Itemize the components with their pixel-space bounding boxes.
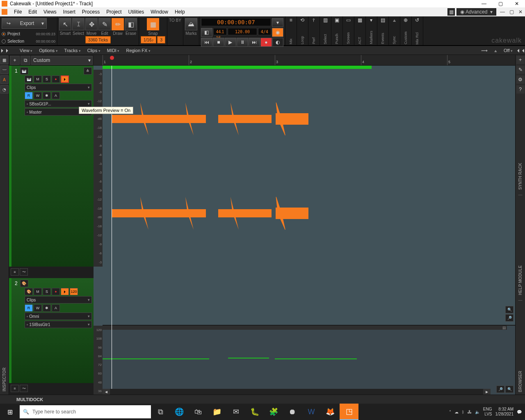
collapse-browser[interactable]: ⏴⏴ <box>516 48 525 53</box>
browser-add[interactable]: + <box>516 56 525 64</box>
pause-button[interactable]: ⏸ <box>237 38 248 47</box>
midi-note[interactable] <box>228 358 269 358</box>
automation-mode[interactable]: Off <box>500 46 516 55</box>
track-2-fx[interactable]: ✱ <box>43 304 51 312</box>
marks-tool[interactable]: ⛰ <box>185 18 197 30</box>
view-menu[interactable]: View <box>16 46 36 55</box>
track-1-read[interactable]: R <box>25 92 33 99</box>
track-control-preset[interactable]: Custom▾ <box>31 56 93 65</box>
module-punch[interactable]: ▣Punch <box>331 16 343 45</box>
minimize-button[interactable]: — <box>476 0 492 7</box>
clips-area[interactable]: 1 2 3 4 5 -3-6-9-12-18dB-18-12-9-6-3 -3-… <box>94 55 515 395</box>
midi-clip-lane[interactable]: 120108968472604836 ▤ <box>103 325 515 395</box>
menu-utilities[interactable]: Utilities <box>125 7 148 16</box>
track-folder-button[interactable]: ⧉ <box>21 56 30 65</box>
h-scrollbar[interactable]: ◂ ▸ <box>103 389 491 395</box>
arranger-section[interactable] <box>103 66 372 69</box>
taskbar-app2[interactable]: 🧩 <box>264 404 283 420</box>
stop-button[interactable]: ■ <box>213 38 224 47</box>
track-2-icon[interactable]: 🎨 <box>20 280 28 287</box>
automation-write[interactable]: ⟁ <box>491 46 500 55</box>
module-mixrecall[interactable]: ↺Mix Rcl <box>412 16 423 45</box>
timecode-display[interactable]: 00:00:00:07 <box>201 18 271 26</box>
tray-notifications-icon[interactable]: 💬 <box>517 410 522 414</box>
help-module-label[interactable]: HELP MODULE <box>518 263 523 298</box>
module-sync[interactable]: ⟁Sync <box>389 16 400 45</box>
track-1-icon[interactable]: 🎹 <box>20 67 28 75</box>
move-tool[interactable]: ✥ <box>85 18 98 30</box>
play-button[interactable]: ▶ <box>225 38 236 47</box>
menu-edit[interactable]: Edit <box>25 7 40 16</box>
track-2-write[interactable]: W <box>34 304 42 312</box>
automation-read[interactable]: ⟿ <box>478 46 491 55</box>
taskbar-firefox[interactable]: 🦊 <box>321 404 340 420</box>
close-button[interactable]: ✕ <box>509 0 525 7</box>
browser-fx-icon[interactable]: ⚙ <box>516 75 525 84</box>
module-mix[interactable]: ≡Mix <box>285 16 297 45</box>
menu-help[interactable]: Help <box>171 7 188 16</box>
child-maximize[interactable]: ▢ <box>507 8 516 16</box>
track-1-waveform-preview[interactable]: ⏵ <box>61 75 69 83</box>
track-2-instrument[interactable]: 🎨 <box>25 288 33 295</box>
track-2-mute[interactable]: M <box>34 288 42 295</box>
inspector-tab-arranger[interactable]: A <box>0 75 9 84</box>
module-perf[interactable]: ⫯Perf <box>308 16 320 45</box>
tray-cloud-icon[interactable]: ☁ <box>454 410 459 414</box>
track-2-echo[interactable]: ⏵ <box>61 288 69 295</box>
start-button[interactable]: ⊞ <box>0 404 20 420</box>
menu-file[interactable]: File <box>11 7 25 16</box>
track-1-mute[interactable]: M <box>34 75 42 83</box>
browser-label[interactable]: BROWSER <box>518 368 523 395</box>
midi-clip-menu-icon[interactable]: ▤ <box>502 326 506 330</box>
zoom-v-in[interactable]: 🔍 <box>505 306 514 313</box>
draw-tool[interactable]: ✏ <box>112 18 124 30</box>
taskbar-store[interactable]: 🛍 <box>189 404 208 420</box>
track-1-collapse[interactable]: ≙ <box>84 67 92 75</box>
track-1-archive[interactable]: A <box>52 92 60 99</box>
screenset-button[interactable]: ▦ <box>447 8 455 16</box>
transport-audition[interactable]: ◐ <box>272 38 283 47</box>
browser-edit-icon[interactable]: ✎ <box>516 66 525 74</box>
track-1-fx[interactable]: ✱ <box>43 92 51 99</box>
track-1-write[interactable]: W <box>34 92 42 99</box>
regionfx-menu[interactable]: Region FX <box>123 46 154 55</box>
midi-clip-header[interactable]: ▤ <box>103 326 507 330</box>
synth-rack-label[interactable]: SYNTH RACK <box>518 160 523 192</box>
browser-help-icon[interactable]: ? <box>516 85 525 94</box>
track-1-clips-filter[interactable]: Clips▾ <box>25 84 92 91</box>
zoom-h-in[interactable]: 🔍 <box>505 386 514 393</box>
track-1-instrument[interactable]: 🎹 <box>25 75 33 83</box>
select-tool[interactable]: 𝙸 <box>72 18 84 30</box>
ffwd-button[interactable]: ⏭ <box>249 38 260 47</box>
track-2-archive[interactable]: A <box>52 304 60 312</box>
inspector-tab-track[interactable]: ▦ <box>0 56 9 64</box>
track-1-arm[interactable]: ● <box>52 75 60 83</box>
taskbar-cakewalk[interactable]: ◳ <box>340 404 358 420</box>
taskbar-obs[interactable]: ⏺ <box>283 404 302 420</box>
maximize-button[interactable]: ▢ <box>492 0 509 7</box>
export-scope-selection[interactable]: Selection00:00:00:00 <box>2 39 55 43</box>
tray-clock[interactable]: 8:32 AM1/28/2021 <box>495 407 514 417</box>
menu-views[interactable]: Views <box>40 7 60 16</box>
transport-options[interactable]: ▾ <box>272 18 283 27</box>
audio-clip-1-right[interactable] <box>112 197 308 230</box>
tray-chevron-icon[interactable]: ˄ <box>449 410 451 414</box>
playhead[interactable] <box>112 66 112 395</box>
smart-tool[interactable]: ↖ <box>59 18 71 30</box>
module-screen[interactable]: ▭Screen <box>343 16 354 45</box>
taskbar-app1[interactable]: 🐛 <box>245 404 264 420</box>
child-close[interactable]: ✕ <box>516 8 525 16</box>
snap-resolution[interactable]: 1/16 ♪ <box>141 36 156 43</box>
task-view-icon[interactable]: ⧉ <box>151 404 170 420</box>
tray-network-icon[interactable]: 🖧 <box>468 410 472 414</box>
ticks-display[interactable]: 3360 Ticks <box>85 36 111 43</box>
track-2-output[interactable]: ▫ 1SIBssGtr1▾ <box>25 321 92 328</box>
module-select[interactable]: ▥Select <box>320 16 331 45</box>
inspector-tab-tempo[interactable]: ◔ <box>0 85 9 94</box>
snap-triplet[interactable]: 3 <box>157 36 165 43</box>
midi-note[interactable] <box>275 358 357 359</box>
inspector-tab-clip[interactable]: 〰 <box>0 66 9 74</box>
export-scope-project[interactable]: Project00:00:05:23 <box>2 32 55 36</box>
taskbar-search[interactable]: 🔍 Type here to search <box>20 405 151 418</box>
now-marker-icon[interactable] <box>110 56 114 60</box>
